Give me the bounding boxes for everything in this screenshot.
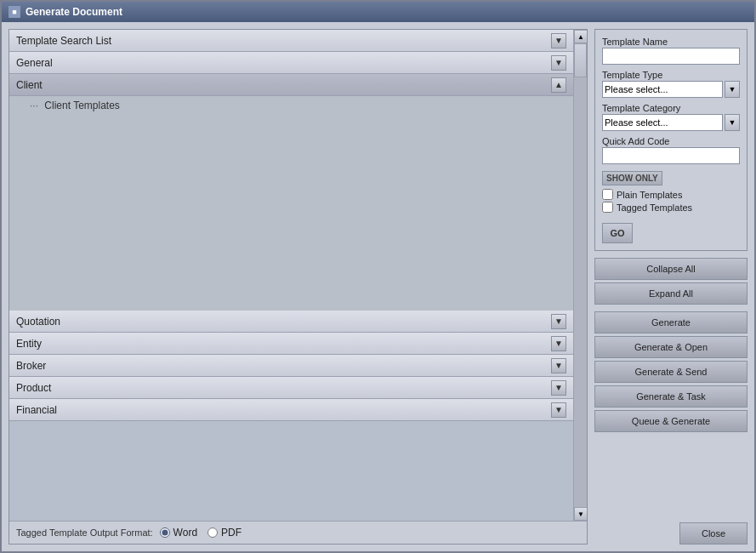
section-quotation[interactable]: Quotation ▼ bbox=[9, 311, 573, 333]
tagged-templates-checkbox[interactable] bbox=[602, 202, 613, 213]
radio-group: Word PDF bbox=[160, 527, 242, 539]
section-general[interactable]: General ▼ bbox=[9, 52, 573, 74]
list-item-client-templates[interactable]: ··· Client Templates bbox=[9, 96, 573, 115]
section-entity[interactable]: Entity ▼ bbox=[9, 333, 573, 355]
quick-add-code-input[interactable] bbox=[602, 147, 740, 164]
title-bar: ■ Generate Document bbox=[2, 2, 754, 22]
close-area: Close bbox=[594, 522, 747, 544]
section-broker[interactable]: Broker ▼ bbox=[9, 355, 573, 377]
collapse-expand-buttons: Collapse All Expand All bbox=[594, 258, 747, 305]
list-items-area: Template Search List ▼ General ▼ Client … bbox=[9, 30, 573, 521]
template-category-label: Template Category bbox=[602, 103, 740, 113]
chevron-down-icon: ▼ bbox=[551, 358, 566, 373]
right-panel: Template Name Template Type Please selec… bbox=[594, 29, 747, 544]
format-bar: Tagged Template Output Format: Word PDF bbox=[9, 521, 587, 544]
quick-add-code-label: Quick Add Code bbox=[602, 136, 740, 146]
plain-templates-checkbox-item[interactable]: Plain Templates bbox=[602, 189, 740, 200]
go-button[interactable]: GO bbox=[602, 223, 633, 243]
section-template-search-list[interactable]: Template Search List ▼ bbox=[9, 30, 573, 52]
chevron-down-icon: ▼ bbox=[551, 336, 566, 351]
template-type-select[interactable]: Please select... bbox=[602, 81, 723, 98]
template-category-select[interactable]: Please select... bbox=[602, 114, 723, 131]
left-panel: Template Search List ▼ General ▼ Client … bbox=[9, 29, 588, 544]
section-client[interactable]: Client ▲ bbox=[9, 74, 573, 96]
template-name-label: Template Name bbox=[602, 37, 740, 47]
filter-box: Template Name Template Type Please selec… bbox=[594, 29, 747, 251]
template-category-dropdown-btn[interactable]: ▼ bbox=[725, 114, 740, 131]
scrollbar-track[interactable] bbox=[574, 43, 587, 507]
template-category-select-row: Please select... ▼ bbox=[602, 114, 740, 131]
generate-document-window: ■ Generate Document Template Search List… bbox=[0, 0, 756, 553]
expand-all-button[interactable]: Expand All bbox=[594, 282, 747, 305]
chevron-down-icon: ▼ bbox=[551, 402, 566, 418]
list-with-scroll: Template Search List ▼ General ▼ Client … bbox=[9, 30, 587, 521]
radio-pdf[interactable]: PDF bbox=[207, 527, 242, 539]
radio-word[interactable]: Word bbox=[160, 527, 197, 539]
quick-add-code-field: Quick Add Code bbox=[602, 136, 740, 164]
template-name-input[interactable] bbox=[602, 48, 740, 65]
radio-pdf-input[interactable] bbox=[207, 527, 218, 538]
section-product[interactable]: Product ▼ bbox=[9, 377, 573, 399]
chevron-down-icon: ▼ bbox=[551, 314, 566, 329]
window-body: Template Search List ▼ General ▼ Client … bbox=[2, 22, 754, 551]
chevron-down-icon: ▼ bbox=[551, 55, 566, 71]
client-items: ··· Client Templates bbox=[9, 96, 573, 115]
template-type-select-row: Please select... ▼ bbox=[602, 81, 740, 98]
scrollbar-thumb[interactable] bbox=[574, 43, 587, 77]
scroll-up-button[interactable]: ▲ bbox=[574, 30, 587, 43]
collapse-all-button[interactable]: Collapse All bbox=[594, 258, 747, 280]
scroll-down-button[interactable]: ▼ bbox=[574, 507, 587, 521]
section-financial[interactable]: Financial ▼ bbox=[9, 399, 573, 421]
window-title: Generate Document bbox=[26, 6, 122, 18]
expanded-empty-area bbox=[9, 115, 573, 311]
format-label: Tagged Template Output Format: bbox=[16, 527, 153, 538]
chevron-up-icon: ▲ bbox=[551, 77, 566, 93]
generate-send-button[interactable]: Generate & Send bbox=[594, 361, 747, 383]
generate-task-button[interactable]: Generate & Task bbox=[594, 385, 747, 408]
generate-button[interactable]: Generate bbox=[594, 311, 747, 334]
left-content: Template Search List ▼ General ▼ Client … bbox=[9, 29, 588, 544]
template-type-label: Template Type bbox=[602, 70, 740, 80]
close-button[interactable]: Close bbox=[679, 522, 747, 544]
show-only-label: SHOW ONLY bbox=[602, 171, 662, 185]
vertical-scrollbar[interactable]: ▲ ▼ bbox=[573, 30, 587, 521]
plain-templates-checkbox[interactable] bbox=[602, 189, 613, 200]
radio-word-input[interactable] bbox=[160, 527, 170, 538]
template-name-field: Template Name bbox=[602, 37, 740, 65]
tagged-templates-checkbox-item[interactable]: Tagged Templates bbox=[602, 202, 740, 213]
queue-generate-button[interactable]: Queue & Generate bbox=[594, 410, 747, 432]
template-type-field: Template Type Please select... ▼ bbox=[602, 70, 740, 98]
show-only-section: SHOW ONLY Plain Templates Tagged Templat… bbox=[602, 171, 740, 214]
template-type-dropdown-btn[interactable]: ▼ bbox=[725, 81, 740, 98]
generate-open-button[interactable]: Generate & Open bbox=[594, 336, 747, 358]
spacer bbox=[594, 436, 747, 512]
chevron-down-icon: ▼ bbox=[551, 33, 566, 48]
chevron-down-icon: ▼ bbox=[551, 380, 566, 396]
generate-buttons: Generate Generate & Open Generate & Send… bbox=[594, 311, 747, 432]
window-icon: ■ bbox=[9, 6, 20, 18]
template-category-field: Template Category Please select... ▼ bbox=[602, 103, 740, 131]
